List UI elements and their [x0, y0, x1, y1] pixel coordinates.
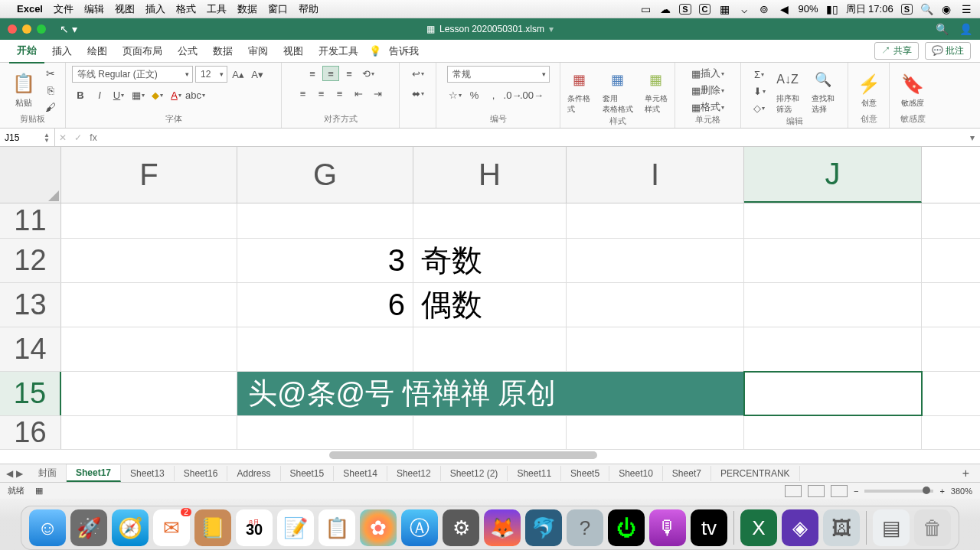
merge-icon[interactable]: ⬌▾	[410, 86, 426, 101]
italic-button[interactable]: I	[91, 87, 108, 103]
cell-h14[interactable]	[413, 327, 567, 371]
sheet-tab-11[interactable]: Sheet10	[609, 466, 663, 481]
dock-timer-icon[interactable]: ⏻	[608, 509, 645, 546]
font-color-button[interactable]: A▾	[168, 87, 185, 103]
tab-review[interactable]: 审阅	[240, 40, 276, 63]
close-window-button[interactable]	[8, 24, 17, 34]
tab-formulas[interactable]: 公式	[170, 40, 205, 63]
cell-h16[interactable]	[413, 416, 567, 449]
select-all-corner[interactable]	[0, 147, 61, 203]
cell-h11[interactable]	[413, 203, 567, 238]
sort-filter-button[interactable]: A↓Z 排序和 筛选	[773, 66, 803, 116]
decrease-font-icon[interactable]: A▾	[249, 67, 266, 82]
align-right-icon[interactable]: ≡	[332, 86, 348, 101]
add-sheet-button[interactable]: +	[952, 467, 980, 480]
cell-i16[interactable]	[567, 416, 744, 449]
dock-excel-icon[interactable]: X	[740, 509, 777, 546]
cell-j16[interactable]	[744, 416, 922, 449]
zoom-in-button[interactable]: +	[939, 487, 944, 496]
align-left-icon[interactable]: ≡	[295, 86, 312, 101]
align-bottom-icon[interactable]: ≡	[341, 66, 358, 81]
sheet-tab-8[interactable]: Sheet12 (2)	[441, 466, 508, 481]
menu-view[interactable]: 视图	[115, 2, 135, 16]
menu-edit[interactable]: 编辑	[84, 2, 104, 16]
dock-calendar-icon[interactable]: 8月30	[236, 509, 273, 546]
dock-launchpad-icon[interactable]: 🚀	[70, 509, 107, 546]
col-header-i[interactable]: I	[567, 147, 744, 203]
search-icon[interactable]: 🔍	[936, 23, 949, 35]
cell-h13[interactable]: 偶数	[413, 283, 567, 327]
col-header-g[interactable]: G	[237, 147, 413, 203]
enter-icon[interactable]: ✓	[70, 132, 86, 143]
tab-data[interactable]: 数据	[205, 40, 240, 63]
cursor-select-icon[interactable]: ↖ ▾	[60, 23, 77, 35]
border-button[interactable]: ▦▾	[129, 87, 146, 103]
sheet-nav-prev-icon[interactable]: ◀	[6, 468, 13, 479]
delete-cells-button[interactable]: ▦ 删除▾	[691, 83, 725, 98]
dock-appletv-icon[interactable]: tv	[691, 509, 727, 546]
spreadsheet-grid[interactable]: F G H I J 11 12 3 奇数 13 6 偶数 14 15	[0, 147, 980, 464]
cell-j12[interactable]	[744, 239, 922, 282]
fx-icon[interactable]: fx	[86, 132, 101, 143]
zoom-window-button[interactable]	[37, 24, 46, 34]
siri-icon[interactable]: ◉	[940, 3, 952, 15]
tab-home[interactable]: 开始	[9, 39, 44, 63]
row-header-14[interactable]: 14	[0, 327, 61, 371]
tab-insert[interactable]: 插入	[44, 40, 80, 63]
row-header-13[interactable]: 13	[0, 283, 61, 327]
dock-app-purple-icon[interactable]: ◈	[782, 509, 818, 546]
sheet-tab-4[interactable]: Address	[227, 466, 280, 481]
cell-j13[interactable]	[744, 283, 922, 327]
menu-format[interactable]: 格式	[176, 2, 196, 16]
sheet-tab-0[interactable]: 封面	[29, 464, 67, 482]
sheet-tab-2[interactable]: Sheet13	[121, 466, 175, 481]
name-box-stepper[interactable]: ▲▼	[44, 132, 50, 143]
tray-grid-icon[interactable]: ▦	[718, 3, 730, 15]
zoom-slider[interactable]	[864, 490, 933, 493]
fill-icon[interactable]: ⬇▾	[751, 83, 768, 99]
sheet-tab-3[interactable]: Sheet16	[175, 466, 228, 481]
tab-draw[interactable]: 绘图	[80, 40, 115, 63]
increase-indent-icon[interactable]: ⇥	[370, 86, 387, 101]
cell-g13[interactable]: 6	[237, 283, 413, 327]
cell-i14[interactable]	[567, 327, 744, 371]
tray-icon-1[interactable]: ▭	[639, 3, 652, 15]
sheet-tab-5[interactable]: Sheet15	[281, 466, 335, 481]
sheet-nav-next-icon[interactable]: ▶	[16, 468, 23, 479]
cell-g12[interactable]: 3	[237, 239, 413, 282]
view-page-layout-icon[interactable]	[808, 485, 825, 497]
increase-decimal-icon[interactable]: .0→	[505, 87, 521, 103]
cell-i11[interactable]	[567, 203, 744, 238]
sheet-tab-1[interactable]: Sheet17	[67, 465, 121, 482]
format-cells-button[interactable]: ▦ 格式▾	[691, 99, 725, 115]
dock-help-icon[interactable]: ?	[567, 509, 603, 546]
cell-styles-button[interactable]: ▦ 单元格 样式	[641, 66, 671, 116]
decrease-decimal-icon[interactable]: .00→	[524, 87, 541, 103]
menu-help[interactable]: 帮助	[299, 2, 318, 16]
cell-i13[interactable]	[567, 283, 744, 327]
clear-icon[interactable]: ◇▾	[751, 100, 768, 116]
fill-color-button[interactable]: ◆▾	[149, 87, 165, 103]
dock-appstore-icon[interactable]: Ⓐ	[401, 509, 438, 546]
dock-contacts-icon[interactable]: 📒	[194, 509, 231, 546]
zoom-percent[interactable]: 380%	[951, 487, 972, 496]
sheet-tab-9[interactable]: Sheet11	[508, 466, 561, 481]
cell-i12[interactable]	[567, 239, 744, 282]
cell-g14[interactable]	[237, 327, 413, 371]
battery-icon[interactable]: ▮▯	[826, 3, 838, 15]
cell-f13[interactable]	[61, 283, 237, 327]
notification-center-icon[interactable]: ☰	[960, 3, 972, 15]
dock-podcasts-icon[interactable]: 🎙	[649, 509, 686, 546]
dock-preview-icon[interactable]: 🖼	[823, 509, 860, 546]
cell-f16[interactable]	[61, 416, 237, 449]
dock-notes-icon[interactable]: 📝	[277, 509, 314, 546]
cell-h12[interactable]: 奇数	[413, 239, 567, 282]
dock-mysql-icon[interactable]: 🐬	[525, 509, 562, 546]
currency-icon[interactable]: ☆▾	[447, 87, 464, 103]
col-header-f[interactable]: F	[61, 147, 237, 203]
increase-font-icon[interactable]: A▴	[230, 67, 247, 82]
bluetooth-icon[interactable]: ⌵	[738, 3, 750, 15]
spotlight-icon[interactable]: 🔍	[920, 3, 933, 15]
insert-cells-button[interactable]: ▦ 插入▾	[691, 66, 725, 81]
menu-insert[interactable]: 插入	[145, 2, 165, 16]
